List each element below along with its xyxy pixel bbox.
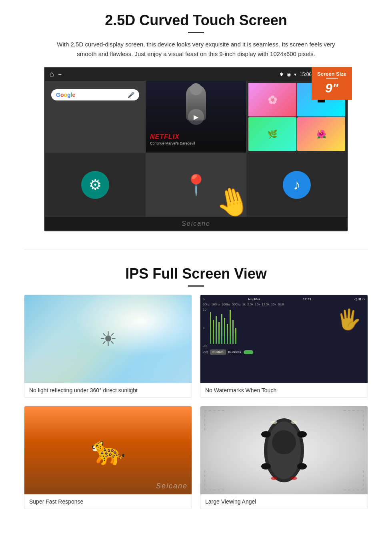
svg-point-9 — [271, 477, 277, 480]
car-caption: Large Viewing Angel — [200, 494, 368, 509]
feature-sunlight-card: ☀ No light reflecting under 360° direct … — [24, 295, 192, 398]
status-bar: ⌂ ⌁ ✱ ◉ ▾ 15:06 ◫ ◁) ⊠ ▭ — [45, 68, 347, 81]
sun-icon: ☀ — [99, 327, 117, 351]
sunlight-caption: No light reflecting under 360° direct su… — [24, 383, 192, 397]
music-note-icon: ♪ — [293, 177, 300, 193]
angle-indicator-br — [344, 470, 364, 490]
google-app-cell[interactable]: Google 🎤 Google 3 × 1 — [45, 81, 146, 153]
amplifier-image: ⌂ Amplifier 17:33 ◁) ⊠ ▭ 60hz100hz200hz5… — [200, 295, 368, 383]
amp-bar-1 — [210, 312, 211, 344]
amp-y-axis: 100-10 — [203, 308, 208, 348]
svg-point-3 — [261, 431, 271, 438]
amp-caption: No Watermarks When Touch — [200, 383, 368, 397]
car-svg — [252, 410, 316, 490]
badge-divider — [326, 78, 338, 79]
car-image — [200, 406, 368, 494]
amp-bar-8 — [230, 310, 231, 344]
section-description: With 2.5D curved-display screen, this de… — [56, 40, 336, 59]
angle-indicator-tr — [344, 410, 364, 430]
music-icon-circle: ♪ — [283, 171, 311, 199]
maps-label-bar: Share location 1 × 1 — [146, 217, 246, 217]
amp-icons: ◁) ⊠ ▭ — [354, 297, 365, 301]
svg-point-2 — [272, 430, 296, 454]
home-icon: ⌂ — [50, 70, 54, 78]
amp-title: Amplifier — [248, 297, 260, 301]
curved-touch-section: 2.5D Curved Touch Screen With 2.5D curve… — [0, 0, 392, 241]
sound-search-cell[interactable]: ♪ Sound Search 1 × 1 — [246, 153, 347, 217]
screen-size-badge: Screen Size 9" — [312, 67, 352, 100]
settings-label-bar: Settings shortcut 1 × 1 — [45, 217, 145, 217]
ips-title: IPS Full Screen View — [24, 265, 368, 282]
maps-cell[interactable]: 📍 🤚 Share location 1 × 1 — [146, 153, 246, 217]
wifi-icon: ▾ — [294, 72, 296, 77]
amp-bar-2 — [213, 320, 214, 344]
page-title: 2.5D Curved Touch Screen — [24, 12, 368, 29]
location-icon: ◉ — [287, 72, 291, 77]
maps-icon: 📍 — [184, 173, 208, 197]
settings-inner: ⚙ — [45, 153, 145, 217]
amp-hand-icon: 🖐 — [336, 308, 361, 331]
bluetooth-icon: ✱ — [280, 72, 284, 77]
netflix-subtitle: Continue Marvel's Daredevil — [150, 141, 195, 145]
amp-loudness-label: loudness — [228, 350, 241, 354]
amp-toggle — [244, 350, 253, 354]
netflix-head — [190, 83, 202, 95]
amp-bar-7 — [227, 324, 228, 344]
svg-point-6 — [297, 463, 307, 470]
photo-thumb-3: 🌿 — [248, 117, 296, 151]
status-time: 15:06 — [300, 72, 312, 77]
app-grid-row2: ⚙ Settings shortcut 1 × 1 📍 🤚 — [45, 153, 347, 217]
amp-bar-3 — [216, 316, 217, 344]
svg-point-5 — [261, 463, 271, 470]
amp-time: 17:33 — [303, 297, 311, 301]
section-divider — [24, 249, 368, 249]
amp-freq-labels: 60hz100hz200hz500hz1k2.5k10k12.5k15kSUB — [203, 303, 365, 306]
cheetah-watermark: Seicane — [156, 482, 188, 490]
amp-home-icon: ⌂ — [203, 297, 205, 301]
amp-bar-6 — [224, 318, 225, 344]
amp-custom-button: Custom — [210, 349, 226, 355]
badge-label: Screen Size — [317, 71, 346, 77]
google-search-bar[interactable]: Google 🎤 — [51, 89, 139, 100]
play-button[interactable]: ▶ — [188, 109, 204, 125]
amp-header: ⌂ Amplifier 17:33 ◁) ⊠ ▭ — [203, 297, 365, 301]
watermark-text: Seicane — [182, 220, 210, 227]
sunlight-image: ☀ — [24, 295, 192, 383]
status-left: ⌂ ⌁ — [50, 70, 62, 78]
feature-amp-card: ⌂ Amplifier 17:33 ◁) ⊠ ▭ 60hz100hz200hz5… — [200, 295, 368, 398]
amp-back-icon: ◁◁ — [203, 350, 208, 354]
maps-inner: 📍 🤚 — [146, 153, 246, 217]
google-logo: Google — [56, 92, 75, 98]
svg-point-10 — [291, 477, 297, 480]
settings-cell[interactable]: ⚙ Settings shortcut 1 × 1 — [45, 153, 146, 217]
device-wrapper: Screen Size 9" ⌂ ⌁ ✱ ◉ ▾ 15:06 ◫ ◁) ⊠ — [44, 67, 348, 231]
amp-bar-4 — [218, 322, 220, 344]
badge-size: 9" — [325, 81, 338, 95]
settings-gear-icon: ⚙ — [89, 177, 102, 193]
amp-footer: ◁◁ Custom loudness — [203, 349, 365, 355]
feature-cheetah-card: 🐆 Seicane Super Fast Response — [24, 406, 192, 509]
feature-grid: ☀ No light reflecting under 360° direct … — [24, 295, 368, 509]
amp-bar-5 — [221, 314, 222, 344]
svg-point-4 — [297, 431, 307, 438]
device-screen: ⌂ ⌁ ✱ ◉ ▾ 15:06 ◫ ◁) ⊠ ▭ — [44, 67, 348, 231]
hand-touch-overlay: 🤚 — [212, 182, 246, 217]
usb-icon: ⌁ — [58, 70, 62, 78]
mic-icon: 🎤 — [128, 92, 134, 98]
angle-indicator-tl — [204, 410, 224, 430]
app-grid: Google 🎤 Google 3 × 1 — [45, 81, 347, 153]
sound-label-bar: Sound Search 1 × 1 — [247, 217, 347, 217]
netflix-app-cell[interactable]: ▶ NETFLIX Continue Marvel's Daredevil Ne… — [146, 81, 246, 153]
photo-thumb-1: 🌸 — [248, 83, 296, 116]
cheetah-image: 🐆 Seicane — [24, 406, 192, 494]
cheetah-caption: Super Fast Response — [24, 494, 192, 509]
amp-screen: ⌂ Amplifier 17:33 ◁) ⊠ ▭ 60hz100hz200hz5… — [200, 295, 368, 357]
screen-watermark: Seicane — [45, 217, 347, 231]
netflix-logo: NETFLIX — [150, 133, 180, 141]
angle-indicator-bl — [204, 470, 224, 490]
cheetah-emoji: 🐆 — [91, 434, 126, 467]
photo-thumb-4: 🌺 — [297, 117, 345, 151]
settings-icon-circle: ⚙ — [81, 171, 109, 199]
ips-title-underline — [188, 285, 204, 287]
feature-car-card: Large Viewing Angel — [200, 406, 368, 509]
